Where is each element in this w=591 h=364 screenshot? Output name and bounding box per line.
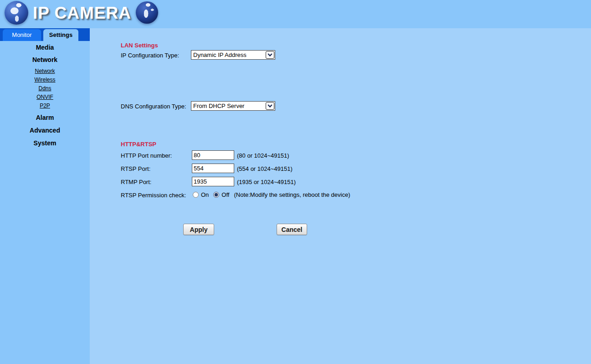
sidebar-link-network[interactable]: Network xyxy=(0,68,90,74)
chevron-down-icon xyxy=(266,51,274,59)
dns-config-select[interactable]: From DHCP Server xyxy=(191,101,275,111)
globe-icon xyxy=(5,1,28,25)
sidebar-item-system[interactable]: System xyxy=(0,139,90,147)
rtsp-permission-off-radio[interactable] xyxy=(213,192,219,198)
sidebar-item-advanced[interactable]: Advanced xyxy=(0,127,90,134)
rtmp-port-hint: (1935 or 1024~49151) xyxy=(237,179,296,185)
sidebar-link-ddns[interactable]: Ddns xyxy=(0,85,90,92)
ip-config-value: Dynamic IP Address xyxy=(191,51,266,58)
sidebar-link-onvif[interactable]: ONVIF xyxy=(0,94,90,100)
lan-settings-heading: LAN Settings xyxy=(121,42,158,49)
dns-config-value: From DHCP Server xyxy=(191,103,266,109)
http-port-hint: (80 or 1024~49151) xyxy=(237,152,289,159)
sidebar-link-wireless[interactable]: Wireless xyxy=(0,77,90,83)
ip-config-select[interactable]: Dynamic IP Address xyxy=(191,50,275,60)
rtmp-port-input[interactable] xyxy=(192,177,234,186)
rtsp-permission-note: (Note:Modify the settings, reboot the de… xyxy=(234,191,350,198)
sidebar-link-p2p[interactable]: P2P xyxy=(0,103,90,109)
rtsp-permission-on-option[interactable]: On xyxy=(193,191,209,198)
sidebar-item-alarm[interactable]: Alarm xyxy=(0,114,90,121)
rtsp-permission-off-label: Off xyxy=(221,191,229,198)
chevron-down-icon xyxy=(266,102,274,110)
rtsp-permission-group: On Off (Note:Modify the settings, reboot… xyxy=(193,191,350,198)
header: IP CAMERA xyxy=(0,0,591,28)
ip-config-label: IP Configuration Type: xyxy=(121,52,179,59)
sidebar: Monitor Settings Media Network Network W… xyxy=(0,28,90,364)
dns-config-label: DNS Configuration Type: xyxy=(121,103,186,110)
http-port-input[interactable] xyxy=(192,150,234,160)
rtmp-port-label: RTMP Port: xyxy=(121,179,151,185)
apply-button[interactable]: Apply xyxy=(183,224,214,235)
tab-bar: Monitor Settings xyxy=(0,28,90,41)
tab-monitor[interactable]: Monitor xyxy=(3,29,41,41)
rtsp-port-hint: (554 or 1024~49151) xyxy=(237,165,293,172)
globe-icon xyxy=(136,1,158,24)
http-port-label: HTTP Port number: xyxy=(121,152,172,159)
app-title: IP CAMERA xyxy=(33,4,131,23)
cancel-button[interactable]: Cancel xyxy=(277,224,307,235)
rtsp-permission-on-label: On xyxy=(201,191,209,198)
main-content: LAN Settings IP Configuration Type: Dyna… xyxy=(90,28,591,364)
page: IP CAMERA Monitor Settings Media Network… xyxy=(0,0,591,364)
rtsp-permission-off-option[interactable]: Off xyxy=(213,191,229,198)
http-rtsp-heading: HTTP&RTSP xyxy=(121,141,156,148)
sidebar-item-network[interactable]: Network xyxy=(0,56,90,63)
rtsp-port-input[interactable] xyxy=(192,164,234,173)
tab-settings[interactable]: Settings xyxy=(43,29,78,41)
sidebar-item-media[interactable]: Media xyxy=(0,44,90,51)
rtsp-permission-on-radio[interactable] xyxy=(193,192,199,198)
rtsp-permission-label: RTSP Permission check: xyxy=(121,192,186,199)
rtsp-port-label: RTSP Port: xyxy=(121,165,150,172)
